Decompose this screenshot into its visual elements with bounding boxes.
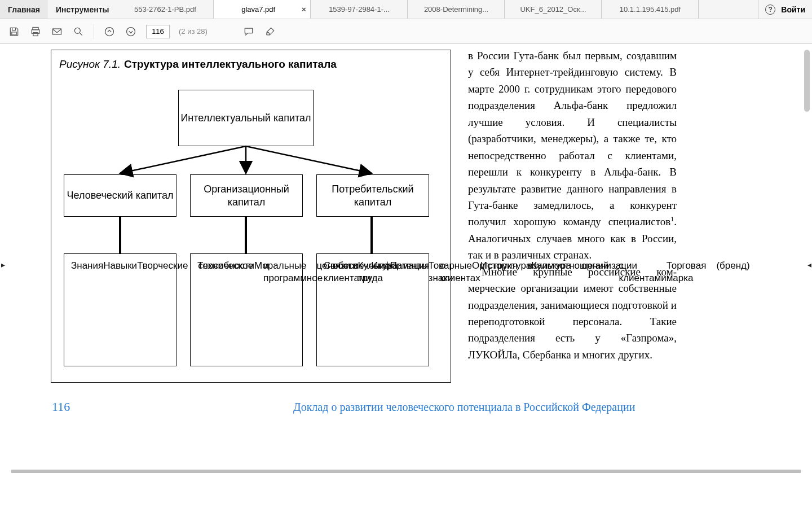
tab-label: 2008-Determining...: [412, 5, 500, 14]
login-button[interactable]: Войти: [781, 5, 805, 14]
diagram-root: Интеллектуальный капитал: [178, 90, 314, 146]
page-up-icon[interactable]: [103, 25, 116, 38]
tab-label: 553-2762-1-PB.pdf: [121, 5, 209, 14]
right-panel-toggle[interactable]: ◂: [806, 259, 812, 271]
page-number-input[interactable]: [146, 25, 170, 38]
diagram-list-item: Знания: [71, 260, 103, 272]
svg-point-7: [127, 27, 135, 36]
tab-0[interactable]: 553-2762-1-PB.pdf: [117, 0, 214, 19]
tab-4[interactable]: UKF_6_2012_Оск...: [505, 0, 602, 19]
svg-point-6: [105, 27, 114, 36]
svg-line-10: [246, 146, 372, 173]
page-divider: [11, 470, 801, 473]
svg-point-5: [74, 28, 80, 33]
body-text: в России Гута-банк был первым, со­здавши…: [468, 47, 677, 363]
diagram-list-item: Техническое: [197, 260, 253, 272]
diagram-head-3: Потребительский капитал: [316, 174, 429, 217]
diagram-list-item: Информация: [371, 260, 430, 272]
page-number: 116: [52, 400, 70, 414]
search-icon[interactable]: [72, 25, 85, 38]
diagram-list-item: и программное: [253, 260, 323, 284]
figure-caption: Рисунок 7.1. Структура интеллектуального…: [59, 58, 337, 71]
diagram-head-1: Человеческий капитал: [64, 174, 176, 217]
print-icon[interactable]: [29, 25, 42, 38]
comment-icon[interactable]: [242, 25, 255, 38]
figure-title: Структура интеллектуального капитала: [124, 58, 337, 71]
menu-home[interactable]: Главная: [0, 0, 48, 19]
scrollbar-thumb[interactable]: [804, 50, 810, 112]
paragraph-2: Многие крупные российские ком­мерческие …: [468, 264, 677, 364]
page-count-label: (2 из 28): [179, 27, 208, 36]
separator: [94, 24, 94, 39]
help-icon[interactable]: ?: [765, 5, 775, 15]
left-panel-toggle[interactable]: ▸: [0, 259, 6, 271]
diagram-list-2: Техническоеи программноеобеспечениеПатен…: [190, 253, 303, 366]
running-footer: Доклад о развитии человеческого потенциа…: [293, 401, 635, 414]
sign-icon[interactable]: [264, 25, 276, 38]
figure-number: Рисунок 7.1.: [59, 58, 121, 71]
page-down-icon[interactable]: [125, 25, 137, 38]
tab-label: 1539-97-2984-1-...: [315, 5, 403, 14]
tab-label: 10.1.1.195.415.pdf: [606, 5, 694, 14]
save-icon[interactable]: [8, 25, 20, 38]
diagram-head-2: Организационный капитал: [190, 174, 303, 217]
diagram-list-item: Творческие: [137, 260, 188, 272]
diagram-list-1: ЗнанияНавыкиТворческиеспособностиМоральн…: [64, 253, 176, 366]
svg-rect-4: [53, 29, 61, 34]
svg-rect-3: [33, 32, 38, 36]
tab-3[interactable]: 2008-Determining...: [408, 0, 505, 19]
menubar: Главная Инструменты 553-2762-1-PB.pdfgla…: [0, 0, 812, 19]
diagram-list-item: (бренд): [706, 260, 749, 272]
mail-icon[interactable]: [51, 25, 63, 38]
tabstrip: 553-2762-1-PB.pdfglava7.pdf×1539-97-2984…: [117, 0, 758, 19]
tab-1[interactable]: glava7.pdf×: [214, 0, 311, 19]
figure-7-1: Рисунок 7.1. Структура интеллектуального…: [51, 50, 451, 383]
svg-line-8: [120, 146, 246, 173]
tab-5[interactable]: 10.1.1.195.415.pdf: [602, 0, 699, 19]
diagram-list-item: Связи с клиентами: [324, 260, 371, 284]
toolbar: (2 из 28): [0, 19, 812, 44]
paragraph-1: в России Гута-банк был первым, со­здавши…: [468, 47, 677, 264]
svg-rect-0: [12, 32, 16, 34]
menu-tools[interactable]: Инструменты: [48, 0, 117, 19]
tab-label: glava7.pdf: [218, 5, 298, 14]
diagram-list-item: Навыки: [103, 260, 137, 272]
tab-label: UKF_6_2012_Оск...: [509, 5, 597, 14]
close-icon[interactable]: ×: [302, 5, 306, 14]
diagram-list-3: Связи с клиентамиИнформацияо клиентахИст…: [316, 253, 429, 366]
document-viewer[interactable]: ▸ ◂ Рисунок 7.1. Структура интеллектуаль…: [0, 44, 812, 508]
tab-2[interactable]: 1539-97-2984-1-...: [311, 0, 408, 19]
